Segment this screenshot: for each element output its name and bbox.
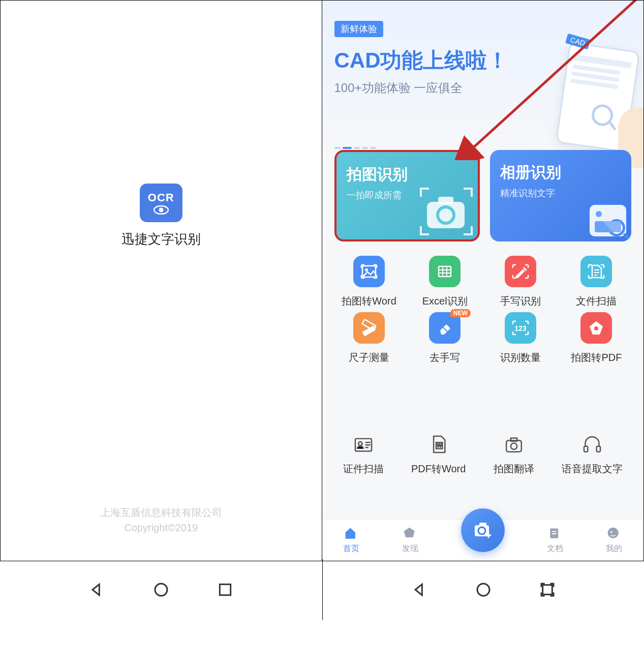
feature-grid: 拍图转Word Excel识别 手写识别 文件扫描 尺子测量 NEW 去手写 1… xyxy=(322,241,644,365)
secondary-label: 证件扫描 xyxy=(343,462,384,476)
app-logo-block: OCR 迅捷文字识别 xyxy=(121,184,201,248)
card-subtitle: 精准识别文字 xyxy=(500,187,621,199)
home-icon[interactable] xyxy=(153,582,169,598)
dual-screenshot-frame: OCR 迅捷文字识别 上海互盾信息科技有限公司 Copyright©2019 新… xyxy=(0,0,644,561)
album-icon xyxy=(590,205,626,236)
secondary-item-0[interactable]: 证件扫描 xyxy=(343,434,384,476)
home-icon[interactable] xyxy=(475,582,492,598)
back-icon[interactable] xyxy=(88,582,105,598)
svg-point-30 xyxy=(477,584,489,596)
secondary-item-1[interactable]: W PDF转Word xyxy=(411,434,466,476)
secondary-item-3[interactable]: 语音提取文字 xyxy=(562,434,623,476)
album-recognize-card[interactable]: 相册识别 精准识别文字 xyxy=(490,150,631,241)
camera-plus-icon xyxy=(472,519,494,541)
svg-rect-29 xyxy=(220,584,230,595)
pen-icon xyxy=(505,256,536,287)
bottom-nav: 首页 发现 文档 我的 xyxy=(322,519,644,561)
grid-item-4[interactable]: 尺子测量 xyxy=(334,312,404,365)
svg-text:123: 123 xyxy=(515,324,527,332)
grid-item-7[interactable]: 拍图转PDF xyxy=(562,312,631,365)
nav-label: 我的 xyxy=(606,543,622,554)
secondary-label: 拍图翻译 xyxy=(494,462,534,476)
nav-label: 文档 xyxy=(547,543,563,554)
home-icon xyxy=(344,526,359,541)
image-icon xyxy=(353,256,385,287)
recents-icon[interactable] xyxy=(217,582,233,598)
pdf-icon xyxy=(580,312,612,344)
svg-rect-31 xyxy=(543,585,553,595)
grid-item-6[interactable]: 123 识别数量 xyxy=(486,312,556,365)
svg-point-1 xyxy=(159,208,163,212)
hero-phone-illustration: CAD xyxy=(557,36,643,148)
company-name: 上海互盾信息科技有限公司 xyxy=(1,505,322,520)
grid-label: 尺子测量 xyxy=(349,351,389,365)
copyright-text: Copyright©2019 xyxy=(1,520,322,535)
svg-rect-4 xyxy=(438,197,453,204)
grid-icon xyxy=(429,256,461,287)
doc-icon xyxy=(580,256,612,287)
splash-footer: 上海互盾信息科技有限公司 Copyright©2019 xyxy=(1,505,322,535)
secondary-label: PDF转Word xyxy=(411,462,466,476)
svg-rect-23 xyxy=(479,523,486,526)
hero-tag: 新鲜体验 xyxy=(334,21,383,37)
grid-item-3[interactable]: 文件扫描 xyxy=(562,256,631,308)
grid-label: 识别数量 xyxy=(500,351,541,365)
android-nav-bars xyxy=(0,559,644,620)
secondary-label: 语音提取文字 xyxy=(562,462,623,476)
nav-label: 首页 xyxy=(343,543,359,554)
android-nav-left xyxy=(0,559,322,620)
svg-rect-17 xyxy=(506,441,522,452)
nav-me[interactable]: 我的 xyxy=(606,526,622,554)
svg-rect-20 xyxy=(584,446,588,452)
grid-label: 拍图转Word xyxy=(342,294,396,308)
grid-label: 去手写 xyxy=(430,351,460,365)
search-icon xyxy=(608,219,625,236)
camera-fab[interactable] xyxy=(461,508,505,552)
svg-rect-18 xyxy=(510,438,516,441)
recents-icon[interactable] xyxy=(539,582,556,598)
ocr-label: OCR xyxy=(148,191,174,204)
grid-item-0[interactable]: 拍图转Word xyxy=(334,256,404,308)
me-icon xyxy=(606,526,622,541)
splash-screen: OCR 迅捷文字识别 上海互盾信息科技有限公司 Copyright©2019 xyxy=(1,1,322,561)
svg-point-12 xyxy=(594,326,598,330)
back-icon[interactable] xyxy=(411,582,427,598)
headphone-icon xyxy=(581,434,603,457)
cad-tag: CAD xyxy=(565,34,590,50)
ocr-app-icon: OCR xyxy=(140,184,182,222)
nav-home[interactable]: 首页 xyxy=(343,526,359,554)
grid-label: 文件扫描 xyxy=(576,294,617,308)
nav-docs[interactable]: 文档 xyxy=(547,526,563,554)
grid-label: Excel识别 xyxy=(422,294,468,308)
svg-point-19 xyxy=(510,443,516,449)
svg-point-27 xyxy=(610,531,612,533)
hero-banner[interactable]: 新鲜体验 CAD功能上线啦！ 100+功能体验 一应俱全 CAD xyxy=(322,1,644,153)
svg-rect-21 xyxy=(596,446,600,452)
grid-label: 手写识别 xyxy=(500,294,541,308)
grid-item-2[interactable]: 手写识别 xyxy=(486,256,556,308)
discover-icon xyxy=(403,526,418,541)
svg-point-7 xyxy=(365,268,368,271)
card-title: 拍图识别 xyxy=(347,164,468,185)
carousel-dots[interactable] xyxy=(334,147,376,149)
svg-text:W: W xyxy=(437,442,442,448)
123-icon: 123 xyxy=(505,312,536,344)
secondary-item-2[interactable]: 拍图翻译 xyxy=(494,434,534,476)
new-badge: NEW xyxy=(450,309,471,317)
ruler-icon xyxy=(353,312,385,344)
nav-discover[interactable]: 发现 xyxy=(402,526,418,554)
grid-item-5[interactable]: NEW 去手写 xyxy=(410,312,480,365)
svg-point-28 xyxy=(155,584,167,596)
svg-point-26 xyxy=(608,528,619,538)
card-title: 相册识别 xyxy=(500,162,621,183)
magnify-icon xyxy=(590,103,614,127)
home-screen: 新鲜体验 CAD功能上线啦！ 100+功能体验 一应俱全 CAD 拍图识别 一拍… xyxy=(322,1,644,561)
nav-label: 发现 xyxy=(402,543,418,554)
secondary-row: 证件扫描 W PDF转Word 拍图翻译 语音提取文字 xyxy=(322,420,644,481)
camera-icon xyxy=(503,434,525,457)
primary-cards: 拍图识别 一拍即成所需 相册识别 精准识别文字 xyxy=(322,150,644,241)
docs-icon xyxy=(547,526,563,541)
grid-item-1[interactable]: Excel识别 xyxy=(410,256,480,308)
camera-recognize-card[interactable]: 拍图识别 一拍即成所需 xyxy=(334,150,480,241)
word-icon: W xyxy=(428,434,449,457)
